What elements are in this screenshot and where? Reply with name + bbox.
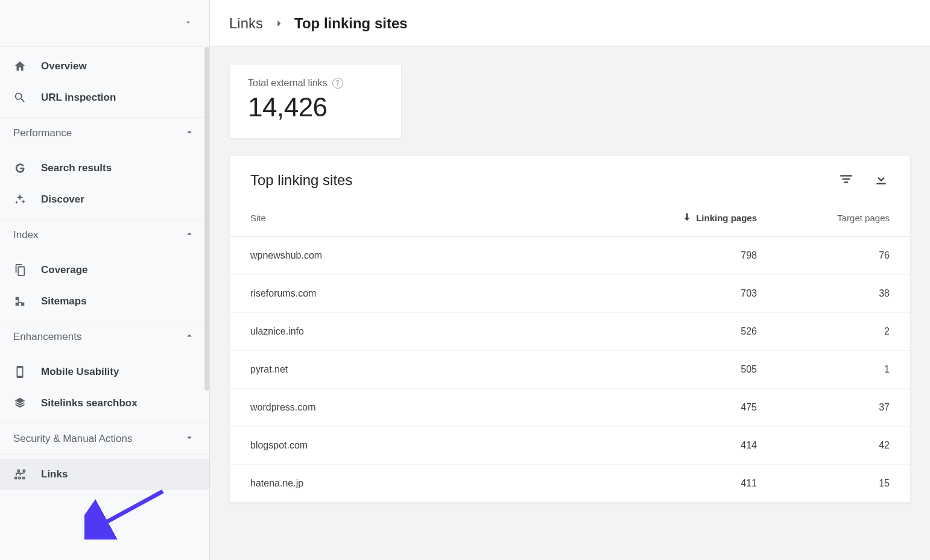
- cell-site: pyrat.net: [250, 364, 612, 375]
- sidebar-item-label: Discover: [41, 193, 84, 206]
- cell-linking: 414: [612, 440, 757, 451]
- coverage-icon: [13, 263, 41, 277]
- cell-target: 2: [757, 326, 890, 337]
- metric-card-total-external-links: Total external links ? 14,426: [229, 64, 402, 139]
- cell-site: blogspot.com: [250, 440, 612, 451]
- table-title: Top linking sites: [250, 172, 352, 189]
- table-row[interactable]: pyrat.net 505 1: [230, 351, 910, 389]
- download-button[interactable]: [873, 172, 890, 189]
- chevron-down-icon: [184, 432, 195, 446]
- mobile-icon: [13, 365, 41, 379]
- sidebar-item-links[interactable]: Links: [0, 459, 209, 490]
- sidebar-section-label: Performance: [13, 127, 72, 139]
- table-row[interactable]: wpnewshub.com 798 76: [230, 237, 910, 275]
- sidebar-item-url-inspection[interactable]: URL inspection: [0, 82, 209, 113]
- column-header-label: Linking pages: [696, 213, 757, 223]
- sidebar-item-label: URL inspection: [41, 92, 116, 104]
- property-selector[interactable]: [0, 0, 209, 47]
- breadcrumb-root[interactable]: Links: [229, 15, 263, 32]
- sidebar-item-search-results[interactable]: Search results: [0, 153, 209, 184]
- links-icon: [13, 468, 41, 481]
- column-header-site[interactable]: Site: [250, 213, 612, 223]
- sidebar-item-label: Overview: [41, 60, 87, 72]
- sidebar-item-sitemaps[interactable]: Sitemaps: [0, 286, 209, 317]
- sidebar-section-index[interactable]: Index: [0, 219, 209, 251]
- sidebar-item-label: Sitelinks searchbox: [41, 397, 138, 409]
- cell-linking: 475: [612, 402, 757, 413]
- discover-icon: [13, 193, 41, 206]
- cell-linking: 411: [612, 478, 757, 489]
- column-header-target-pages[interactable]: Target pages: [757, 213, 890, 223]
- sidebar-section-label: Enhancements: [13, 331, 81, 343]
- filter-icon: [838, 171, 854, 189]
- sidebar-item-coverage[interactable]: Coverage: [0, 254, 209, 286]
- cell-target: 42: [757, 440, 890, 451]
- cell-site: riseforums.com: [250, 288, 612, 299]
- breadcrumb-leaf: Top linking sites: [294, 15, 408, 32]
- topbar: Links Top linking sites: [210, 0, 930, 47]
- main-area: Links Top linking sites Total external l…: [210, 0, 930, 560]
- table-card-top-linking-sites: Top linking sites: [229, 156, 911, 503]
- sidebar-item-sitelinks-searchbox[interactable]: Sitelinks searchbox: [0, 388, 209, 419]
- column-header-linking-pages[interactable]: Linking pages: [612, 212, 757, 224]
- sidebar-section-enhancements[interactable]: Enhancements: [0, 321, 209, 353]
- sidebar-item-overview[interactable]: Overview: [0, 51, 209, 82]
- chevron-up-icon: [184, 127, 195, 140]
- sidebar-item-label: Coverage: [41, 264, 87, 276]
- table-header-row: Site Linking pages Target pages: [230, 193, 910, 237]
- cell-site: hatena.ne.jp: [250, 478, 612, 489]
- google-icon: [13, 162, 41, 175]
- sidebar-section-label: Index: [13, 229, 39, 241]
- table-row[interactable]: ulaznice.info 526 2: [230, 313, 910, 351]
- sidebar-item-mobile-usability[interactable]: Mobile Usability: [0, 356, 209, 388]
- help-icon[interactable]: ?: [332, 78, 343, 89]
- sort-desc-icon: [682, 212, 692, 224]
- chevron-up-icon: [184, 330, 195, 344]
- filter-button[interactable]: [838, 172, 855, 189]
- sidebar-item-label: Sitemaps: [41, 295, 87, 307]
- metric-value: 14,426: [248, 92, 383, 122]
- cell-linking: 526: [612, 326, 757, 337]
- chevron-up-icon: [184, 228, 195, 242]
- cell-linking: 703: [612, 288, 757, 299]
- table-row[interactable]: blogspot.com 414 42: [230, 427, 910, 465]
- cell-target: 15: [757, 478, 890, 489]
- cell-site: wpnewshub.com: [250, 250, 612, 261]
- table-row[interactable]: hatena.ne.jp 411 15: [230, 465, 910, 503]
- metric-label: Total external links: [248, 78, 327, 89]
- cell-target: 1: [757, 364, 890, 375]
- sidebar-item-discover[interactable]: Discover: [0, 184, 209, 215]
- cell-linking: 505: [612, 364, 757, 375]
- cell-linking: 798: [612, 250, 757, 261]
- cell-target: 38: [757, 288, 890, 299]
- cell-site: wordpress.com: [250, 402, 612, 413]
- cell-site: ulaznice.info: [250, 326, 612, 337]
- sidebar-section-security-manual[interactable]: Security & Manual Actions: [0, 423, 209, 455]
- table-row[interactable]: wordpress.com 475 37: [230, 389, 910, 427]
- layers-icon: [13, 397, 41, 410]
- sidebar-item-label: Links: [41, 468, 68, 480]
- cell-target: 76: [757, 250, 890, 261]
- scrollbar[interactable]: [204, 47, 209, 391]
- sidebar-section-label: Security & Manual Actions: [13, 433, 132, 445]
- sidebar-item-label: Search results: [41, 162, 112, 174]
- sidebar: Overview URL inspection Performance Sear…: [0, 0, 210, 560]
- sidebar-item-label: Mobile Usability: [41, 366, 119, 378]
- search-icon: [13, 91, 41, 104]
- chevron-right-icon: [273, 17, 285, 30]
- home-icon: [13, 60, 41, 73]
- sitemaps-icon: [13, 295, 41, 308]
- sidebar-section-performance[interactable]: Performance: [0, 118, 209, 149]
- table-row[interactable]: riseforums.com 703 38: [230, 275, 910, 313]
- cell-target: 37: [757, 402, 890, 413]
- dropdown-icon: [184, 18, 192, 29]
- download-icon: [873, 171, 889, 189]
